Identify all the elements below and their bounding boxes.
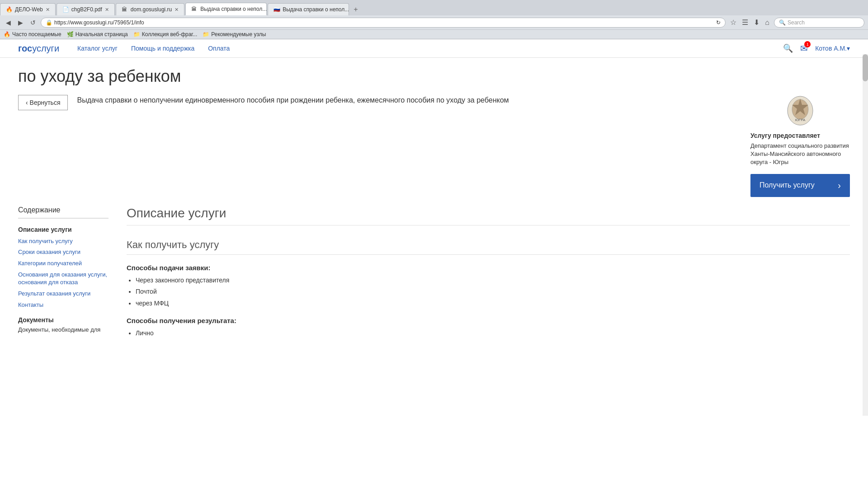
bookmark-recommended[interactable]: 📁 Рекомендуемые узлы: [203, 31, 266, 38]
sidebar-docs-sub: Документы, необходимые для: [18, 326, 108, 334]
nav-payment[interactable]: Оплата: [208, 45, 230, 52]
tab-label-pdf: chgB2F0.pdf: [71, 6, 102, 13]
tab-close-delo[interactable]: ✕: [46, 7, 50, 13]
bookmark-label-home: Начальная страница: [75, 31, 128, 38]
tab-ru[interactable]: 🇷🇺 Выдача справки о непол... ✕: [268, 3, 349, 15]
new-tab-button[interactable]: +: [350, 4, 361, 15]
bookmark-home[interactable]: 🌿 Начальная страница: [67, 31, 128, 38]
provider-logo: ЮГРА: [750, 95, 850, 127]
tab-label-active: Выдача справки о непол...: [200, 6, 267, 12]
page-title: по уходу за ребенком: [18, 67, 850, 86]
tab-pdf[interactable]: 📄 chgB2F0.pdf ✕: [57, 3, 115, 15]
read-icon[interactable]: ☰: [740, 17, 750, 28]
tab-delo[interactable]: 🔥 ДЕЛО-Web ✕: [0, 3, 56, 15]
page: госуслуги Каталог услуг Помощь и поддерж…: [0, 39, 868, 473]
tab-favicon-delo: 🔥: [6, 6, 12, 13]
subsection-heading: Как получить услугу: [127, 239, 850, 255]
notification-count: 1: [804, 41, 811, 47]
bookmark-frequent[interactable]: 🔥 Часто посещаемые: [4, 31, 61, 38]
provider-label: Услугу предоставляет: [750, 132, 850, 139]
main-nav: Каталог услуг Помощь и поддержка Оплата: [77, 45, 230, 52]
bookmark-label-recommended: Рекомендуемые узлы: [211, 31, 266, 38]
user-name[interactable]: Котов А.М.▾: [815, 45, 850, 52]
result-list: Лично: [127, 329, 850, 338]
service-title: Выдача справки о неполучении единовремен…: [77, 95, 509, 106]
get-service-label: Получить услугу: [760, 181, 815, 189]
forward-nav-button[interactable]: ▶: [16, 18, 25, 27]
tab-favicon-dom: 🏛: [122, 6, 128, 13]
sidebar-title: Содержание: [18, 206, 108, 219]
header-right: 🔍 ✉ 1 Котов А.М.▾: [783, 43, 850, 54]
tab-bar: 🔥 ДЕЛО-Web ✕ 📄 chgB2F0.pdf ✕ 🏛 dom.gosus…: [0, 0, 868, 15]
tab-label-ru: Выдача справки о непол...: [283, 6, 349, 13]
way-item-2: Почтой: [136, 287, 850, 296]
sidebar-link-contacts[interactable]: Контакты: [18, 301, 108, 309]
header-search-icon[interactable]: 🔍: [783, 43, 793, 53]
get-service-arrow-icon: ›: [838, 180, 841, 191]
star-icon[interactable]: ☆: [728, 17, 738, 28]
tab-favicon-ru: 🇷🇺: [274, 6, 280, 13]
site-logo[interactable]: госуслуги: [18, 43, 59, 54]
left-panel: ‹ Вернуться Выдача справки о неполучении…: [18, 95, 732, 197]
tab-close-dom[interactable]: ✕: [175, 7, 179, 13]
download-icon[interactable]: ⬇: [752, 17, 761, 28]
tab-dom[interactable]: 🏛 dom.gosuslugi.ru ✕: [116, 3, 184, 15]
section-heading: Описание услуги: [127, 206, 850, 225]
result-label: Способы получения результата:: [127, 317, 850, 324]
search-bar[interactable]: 🔍 Search: [774, 18, 864, 28]
refresh-icon-small: ↻: [716, 19, 721, 26]
url-display: https://www.gosuslugi.ru/75965/1/info: [54, 19, 714, 26]
address-bar[interactable]: 🔒 https://www.gosuslugi.ru/75965/1/info …: [41, 18, 726, 28]
refresh-button[interactable]: ↺: [28, 18, 38, 27]
bookmark-icon-frequent: 🔥: [4, 31, 10, 38]
logo-uslugi: услуги: [32, 43, 59, 53]
sidebar: Содержание Описание услуги Как получить …: [18, 206, 108, 347]
back-nav-button[interactable]: ◀: [4, 18, 13, 27]
get-service-button[interactable]: Получить услугу ›: [750, 174, 850, 197]
logo-gos: гос: [18, 43, 32, 53]
tab-close-pdf[interactable]: ✕: [105, 7, 109, 13]
sidebar-link-terms[interactable]: Сроки оказания услуги: [18, 249, 108, 256]
sidebar-link-how[interactable]: Как получить услугу: [18, 238, 108, 245]
way-item-1: Через законного представителя: [136, 276, 850, 285]
tab-favicon-pdf: 📄: [62, 6, 69, 13]
search-bar-icon: 🔍: [779, 19, 786, 26]
sidebar-section-title: Описание услуги: [18, 226, 108, 233]
bookmark-icon-home: 🌿: [67, 31, 74, 38]
bookmark-collection[interactable]: 📁 Коллекция веб-фраг...: [133, 31, 198, 38]
result-item-1: Лично: [136, 329, 850, 338]
nav-help[interactable]: Помощь и поддержка: [131, 45, 194, 52]
bookmark-label-collection: Коллекция веб-фраг...: [142, 31, 198, 38]
toolbar-icons: ☆ ☰ ⬇ ⌂: [728, 17, 771, 28]
bookmark-icon-collection: 📁: [133, 31, 140, 38]
lock-icon: 🔒: [46, 19, 52, 26]
bookmarks-bar: 🔥 Часто посещаемые 🌿 Начальная страница …: [0, 29, 868, 39]
back-button[interactable]: ‹ Вернуться: [18, 95, 68, 110]
content-area: Содержание Описание услуги Как получить …: [0, 206, 868, 365]
ways-label: Способы подачи заявки:: [127, 264, 850, 272]
coat-of-arms-icon: ЮГРА: [787, 95, 814, 127]
home-icon[interactable]: ⌂: [763, 18, 771, 28]
tab-label-delo: ДЕЛО-Web: [15, 6, 43, 13]
ways-list: Через законного представителя Почтой чер…: [127, 276, 850, 308]
bookmark-icon-recommended: 📁: [203, 31, 209, 38]
page-title-area: по уходу за ребенком: [0, 58, 868, 86]
tab-active[interactable]: 🏛 Выдача справки о непол... ✕: [185, 3, 267, 15]
nav-catalog[interactable]: Каталог услуг: [77, 45, 118, 52]
tab-label-dom: dom.gosuslugi.ru: [131, 6, 172, 13]
way-item-3: через МФЦ: [136, 299, 850, 308]
main-content: ‹ Вернуться Выдача справки о неполучении…: [0, 86, 868, 206]
sidebar-link-grounds[interactable]: Основания для оказания услуги, основания…: [18, 271, 108, 286]
sidebar-link-result[interactable]: Результат оказания услуги: [18, 290, 108, 298]
back-section: ‹ Вернуться Выдача справки о неполучении…: [18, 95, 732, 110]
scrollbar-thumb[interactable]: [863, 54, 868, 81]
tab-favicon-active: 🏛: [191, 6, 198, 12]
address-bar-row: ◀ ▶ ↺ 🔒 https://www.gosuslugi.ru/75965/1…: [0, 15, 868, 29]
user-badge: ✉ 1: [800, 43, 808, 54]
right-panel: ЮГРА Услугу предоставляет Департамент со…: [750, 95, 850, 197]
sidebar-link-categories[interactable]: Категории получателей: [18, 260, 108, 267]
browser-chrome: 🔥 ДЕЛО-Web ✕ 📄 chgB2F0.pdf ✕ 🏛 dom.gosus…: [0, 0, 868, 39]
site-header: госуслуги Каталог услуг Помощь и поддерж…: [0, 39, 868, 58]
provider-name: Департамент социального развития Ханты-М…: [750, 142, 850, 167]
page-scrollbar[interactable]: [863, 54, 868, 416]
